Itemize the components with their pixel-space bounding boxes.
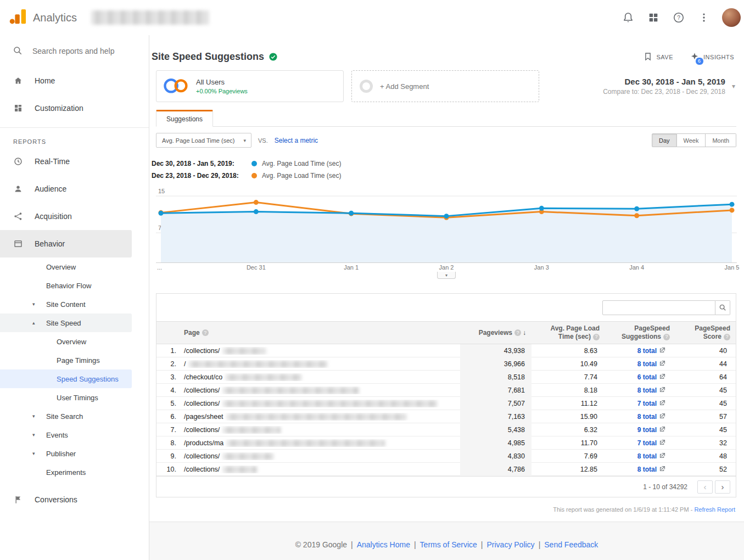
table-row: 5./collections/7,50711.127 total45 — [156, 397, 736, 410]
notifications-bell-icon[interactable] — [617, 7, 640, 29]
pagespeed-suggestions-link[interactable]: 6 total — [637, 373, 657, 381]
footer-separator: | — [539, 540, 541, 549]
page-path: /pages/sheet — [184, 413, 223, 421]
save-button[interactable]: SAVE — [643, 52, 674, 63]
chevron-down-icon: ▾ — [32, 432, 35, 438]
more-options-icon[interactable] — [692, 7, 715, 29]
row-suggestions: 8 total — [605, 413, 675, 421]
page-path-redacted — [223, 400, 437, 407]
chart-area: 7.515 ...Dec 31Jan 1Jan 2Jan 3Jan 4Jan 5… — [156, 186, 737, 279]
row-page: /collections/ — [180, 466, 460, 473]
pagespeed-suggestions-link[interactable]: 8 total — [637, 347, 657, 355]
analytics-logo[interactable]: Analytics — [9, 8, 77, 27]
page-path: /collections/ — [184, 426, 220, 434]
sidebar-item-label: Behavior — [35, 239, 65, 248]
external-link-icon — [659, 373, 665, 381]
row-page: /collections/ — [180, 400, 460, 407]
help-icon[interactable] — [663, 334, 670, 340]
conversions-icon — [13, 495, 23, 505]
sidebar-item-publisher[interactable]: ▾Publisher — [0, 444, 149, 463]
sidebar-item-experiments[interactable]: Experiments — [0, 463, 149, 481]
pagespeed-suggestions-link[interactable]: 7 total — [637, 400, 657, 407]
external-link-icon — [659, 413, 665, 421]
footer-link-terms-of-service[interactable]: Terms of Service — [420, 540, 477, 549]
footer-link-send-feedback[interactable]: Send Feedback — [544, 540, 598, 549]
pagination-next-button[interactable]: › — [715, 480, 730, 494]
table-header-score[interactable]: PageSpeed Score — [675, 322, 736, 344]
date-range-selector[interactable]: Dec 30, 2018 - Jan 5, 2019 Compare to: D… — [603, 77, 736, 96]
sidebar-item-acquisition[interactable]: Acquisition — [0, 203, 149, 230]
sidebar-item-overview[interactable]: Overview — [0, 257, 149, 276]
granularity-month-button[interactable]: Month — [706, 133, 736, 147]
sidebar-item-site-content[interactable]: ▾Site Content — [0, 295, 149, 313]
sidebar-item-page-timings[interactable]: Page Timings — [0, 351, 149, 369]
refresh-report-link[interactable]: Refresh Report — [694, 506, 735, 513]
pagespeed-suggestions-link[interactable]: 8 total — [637, 413, 657, 421]
table-search-input[interactable] — [602, 300, 715, 315]
sidebar-item-real-time[interactable]: Real-Time — [0, 148, 149, 175]
granularity-day-button[interactable]: Day — [652, 133, 677, 147]
sidebar-item-events[interactable]: ▾Events — [0, 425, 149, 444]
sidebar-item-user-timings[interactable]: User Timings — [0, 388, 149, 407]
help-icon[interactable] — [202, 329, 209, 336]
page-path-redacted — [223, 453, 273, 460]
home-icon — [13, 76, 23, 86]
pagespeed-suggestions-link[interactable]: 8 total — [637, 387, 657, 394]
footer-link-analytics-home[interactable]: Analytics Home — [357, 540, 410, 549]
help-icon[interactable]: ? — [667, 7, 690, 29]
page-path: /collections/ — [184, 347, 220, 355]
row-avg-load-time: 6.32 — [532, 426, 605, 434]
help-icon[interactable] — [514, 329, 521, 336]
sidebar-item-overview[interactable]: Overview — [0, 332, 149, 351]
table-header-suggestions[interactable]: PageSpeed Suggestions — [605, 322, 675, 344]
add-segment-button[interactable]: + Add Segment — [351, 70, 539, 102]
pagespeed-suggestions-link[interactable]: 8 total — [637, 360, 657, 368]
pagespeed-suggestions-link[interactable]: 8 total — [637, 452, 657, 460]
sidebar-item-behavior-flow[interactable]: Behavior Flow — [0, 276, 149, 295]
help-icon[interactable] — [724, 334, 730, 340]
legend-row: Dec 23, 2018 - Dec 29, 2018:Avg. Page Lo… — [152, 170, 736, 182]
row-rank: 7. — [156, 426, 180, 434]
pagination-prev-button[interactable]: ‹ — [697, 480, 713, 494]
account-name-redacted[interactable] — [91, 10, 209, 25]
date-range-caret-icon: ▾ — [732, 82, 735, 90]
chart-collapse-handle[interactable]: ▾ — [437, 272, 456, 279]
sidebar-item-site-speed[interactable]: ▴Site Speed — [0, 313, 132, 332]
footer-link-privacy-policy[interactable]: Privacy Policy — [486, 540, 534, 549]
sidebar-item-conversions[interactable]: Conversions — [0, 486, 149, 513]
table-search-button[interactable] — [715, 300, 730, 315]
chart-controls: Avg. Page Load Time (sec) ▾ VS. Select a… — [156, 133, 736, 148]
row-pageviews: 4,830 — [460, 450, 532, 463]
segment-all-users[interactable]: All Users +0.00% Pageviews — [156, 70, 344, 102]
row-rank: 1. — [156, 347, 180, 355]
sidebar-search[interactable]: Search reports and help — [0, 35, 149, 67]
sidebar-item-label: Site Content — [46, 300, 86, 309]
x-tick-label: Jan 2 — [439, 264, 454, 271]
table-header-page[interactable]: Page — [180, 326, 460, 340]
granularity-week-button[interactable]: Week — [677, 133, 706, 147]
row-page: /products/ma — [180, 439, 460, 447]
page-path: /products/ma — [184, 439, 223, 447]
data-table-card: Page Pageviews Avg. Page Load Time (sec)… — [156, 293, 736, 497]
metric-dropdown[interactable]: Avg. Page Load Time (sec) ▾ — [156, 133, 251, 148]
apps-grid-icon[interactable] — [642, 7, 665, 29]
help-icon[interactable] — [593, 334, 600, 340]
insights-button[interactable]: 6 INSIGHTS — [690, 52, 734, 63]
pagespeed-suggestions-link[interactable]: 7 total — [637, 439, 657, 447]
sidebar-item-home[interactable]: Home — [0, 67, 149, 94]
table-header-pageviews[interactable]: Pageviews — [460, 326, 532, 340]
user-avatar[interactable] — [722, 8, 741, 27]
tab-suggestions[interactable]: Suggestions — [156, 110, 213, 127]
pagespeed-suggestions-link[interactable]: 8 total — [637, 466, 657, 473]
row-pagespeed-score: 45 — [675, 387, 736, 394]
table-header-avg-load[interactable]: Avg. Page Load Time (sec) — [532, 322, 605, 344]
copyright: © 2019 Google — [295, 540, 347, 549]
pagespeed-suggestions-link[interactable]: 9 total — [637, 426, 657, 434]
sidebar-item-audience[interactable]: Audience — [0, 175, 149, 203]
sidebar-item-speed-suggestions[interactable]: Speed Suggestions — [0, 369, 132, 388]
select-metric-link[interactable]: Select a metric — [275, 137, 318, 144]
sidebar-item-behavior[interactable]: Behavior — [0, 230, 132, 257]
analytics-logo-icon — [9, 8, 27, 27]
sidebar-item-customization[interactable]: Customization — [0, 94, 149, 122]
sidebar-item-site-search[interactable]: ▾Site Search — [0, 407, 149, 425]
